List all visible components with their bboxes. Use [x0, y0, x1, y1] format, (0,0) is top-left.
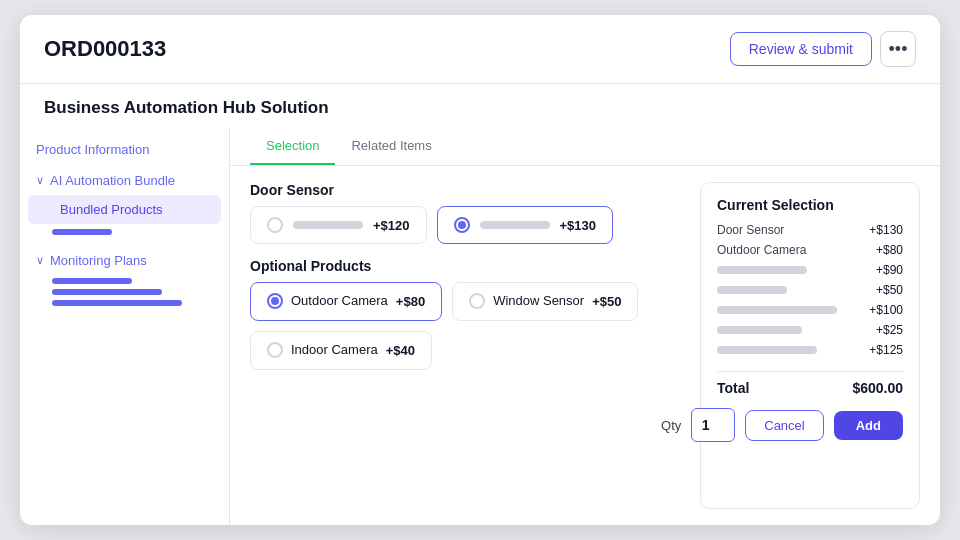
- modal-header: ORD000133 Review & submit •••: [20, 15, 940, 84]
- window-sensor-name: Window Sensor: [493, 293, 584, 310]
- selection-row-bar-3: +$100: [717, 303, 903, 317]
- order-id: ORD000133: [44, 36, 166, 62]
- selection-row-bar-5: +$125: [717, 343, 903, 357]
- modal: ORD000133 Review & submit ••• Business A…: [20, 15, 940, 525]
- selection-label: Door Sensor: [717, 223, 784, 237]
- optional-products-row2: Indoor Camera +$40: [250, 331, 684, 370]
- review-submit-button[interactable]: Review & submit: [730, 32, 872, 66]
- sidebar-bar: [52, 278, 132, 284]
- sidebar: Product Information ∨ AI Automation Bund…: [20, 128, 230, 525]
- radio-button[interactable]: [267, 293, 283, 309]
- sidebar-bar: [52, 300, 182, 306]
- door-sensor-option-2[interactable]: +$130: [437, 206, 614, 244]
- more-icon: •••: [889, 39, 908, 60]
- window-sensor-price: +$50: [592, 294, 621, 309]
- add-button[interactable]: Add: [834, 411, 903, 440]
- body: Product Information ∨ AI Automation Bund…: [20, 128, 940, 525]
- chevron-down-icon: ∨: [36, 174, 44, 187]
- sidebar-group-ai: ∨ AI Automation Bundle Bundled Products: [20, 167, 229, 239]
- window-sensor-option[interactable]: Window Sensor +$50: [452, 282, 638, 321]
- indoor-camera-option[interactable]: Indoor Camera +$40: [250, 331, 432, 370]
- selection-row-outdoor-camera: Outdoor Camera +$80: [717, 243, 903, 257]
- selection-price: +$100: [869, 303, 903, 317]
- selection-price: +$125: [869, 343, 903, 357]
- selection-row-bar-4: +$25: [717, 323, 903, 337]
- selection-bar: [717, 266, 807, 274]
- total-label: Total: [717, 380, 749, 396]
- sidebar-group-monitoring: ∨ Monitoring Plans: [20, 247, 229, 310]
- indoor-camera-name: Indoor Camera: [291, 342, 378, 359]
- tab-related-items[interactable]: Related Items: [335, 128, 447, 165]
- selection-price: +$90: [876, 263, 903, 277]
- right-panel: Current Selection Door Sensor +$130 Outd…: [700, 182, 920, 509]
- selection-price: +$50: [876, 283, 903, 297]
- selection-bar: [717, 326, 802, 334]
- chevron-down-icon-2: ∨: [36, 254, 44, 267]
- qty-label: Qty: [661, 418, 681, 433]
- sidebar-bar: [52, 289, 162, 295]
- indoor-camera-price: +$40: [386, 343, 415, 358]
- sidebar-top-link[interactable]: Product Information: [20, 142, 229, 167]
- sidebar-group-monitoring-header[interactable]: ∨ Monitoring Plans: [20, 247, 229, 274]
- left-panel: Door Sensor +$120 +$130: [250, 182, 684, 509]
- sidebar-bar: [52, 229, 112, 235]
- door-sensor-section: Door Sensor +$120 +$130: [250, 182, 684, 244]
- selection-bar: [717, 306, 837, 314]
- optional-products-section: Optional Products Outdoor Camera +$80: [250, 258, 684, 370]
- more-options-button[interactable]: •••: [880, 31, 916, 67]
- cancel-button[interactable]: Cancel: [745, 410, 823, 441]
- door-sensor-options: +$120 +$130: [250, 206, 684, 244]
- door-sensor-option-1[interactable]: +$120: [250, 206, 427, 244]
- sidebar-bar-group-monitoring: [20, 274, 229, 310]
- current-selection-title: Current Selection: [717, 197, 903, 213]
- selection-row-door-sensor: Door Sensor +$130: [717, 223, 903, 237]
- solution-title: Business Automation Hub Solution: [44, 98, 916, 118]
- selection-price: +$130: [869, 223, 903, 237]
- optional-products-title: Optional Products: [250, 258, 684, 274]
- sub-header: Business Automation Hub Solution: [20, 84, 940, 128]
- option-skeleton: [293, 221, 363, 229]
- sidebar-group-ai-label: AI Automation Bundle: [50, 173, 175, 188]
- tab-selection[interactable]: Selection: [250, 128, 335, 165]
- radio-button[interactable]: [267, 217, 283, 233]
- selection-price: +$25: [876, 323, 903, 337]
- optional-products-options: Outdoor Camera +$80 Window Sensor +$50: [250, 282, 684, 321]
- sidebar-bar-group-ai: [20, 225, 229, 239]
- radio-button[interactable]: [267, 342, 283, 358]
- selection-row-bar-1: +$90: [717, 263, 903, 277]
- tabs: Selection Related Items: [230, 128, 940, 166]
- sidebar-group-monitoring-label: Monitoring Plans: [50, 253, 147, 268]
- bottom-actions: Qty Cancel Add: [717, 408, 903, 442]
- radio-button[interactable]: [469, 293, 485, 309]
- selection-row-bar-2: +$50: [717, 283, 903, 297]
- total-row: Total $600.00: [717, 371, 903, 396]
- door-sensor-price-2: +$130: [560, 218, 597, 233]
- outdoor-camera-name: Outdoor Camera: [291, 293, 388, 310]
- selection-price: +$80: [876, 243, 903, 257]
- sidebar-item-bundled-products[interactable]: Bundled Products: [28, 195, 221, 224]
- total-value: $600.00: [852, 380, 903, 396]
- outdoor-camera-option[interactable]: Outdoor Camera +$80: [250, 282, 442, 321]
- selection-bar: [717, 286, 787, 294]
- door-sensor-price-1: +$120: [373, 218, 410, 233]
- header-actions: Review & submit •••: [730, 31, 916, 67]
- door-sensor-title: Door Sensor: [250, 182, 684, 198]
- sidebar-group-ai-header[interactable]: ∨ AI Automation Bundle: [20, 167, 229, 194]
- content-area: Door Sensor +$120 +$130: [230, 166, 940, 525]
- radio-button-selected[interactable]: [454, 217, 470, 233]
- outdoor-camera-price: +$80: [396, 294, 425, 309]
- main-content: Selection Related Items Door Sensor: [230, 128, 940, 525]
- option-skeleton: [480, 221, 550, 229]
- selection-label: Outdoor Camera: [717, 243, 806, 257]
- selection-bar: [717, 346, 817, 354]
- qty-input[interactable]: [691, 408, 735, 442]
